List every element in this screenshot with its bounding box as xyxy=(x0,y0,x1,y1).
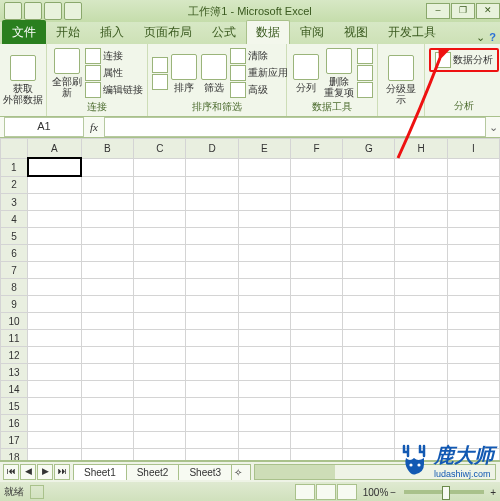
cell[interactable] xyxy=(134,228,186,245)
column-header[interactable]: E xyxy=(238,139,290,159)
cell[interactable] xyxy=(28,398,81,415)
cell[interactable] xyxy=(238,364,290,381)
cell[interactable] xyxy=(81,449,134,462)
cell[interactable] xyxy=(290,296,342,313)
cell[interactable] xyxy=(186,347,238,364)
cell[interactable] xyxy=(186,313,238,330)
cell[interactable] xyxy=(343,296,395,313)
cell[interactable] xyxy=(28,262,81,279)
sort-asc-button[interactable] xyxy=(152,57,168,73)
save-icon[interactable] xyxy=(24,2,42,20)
cell[interactable] xyxy=(81,432,134,449)
cell[interactable] xyxy=(238,330,290,347)
data-validation-button[interactable] xyxy=(357,48,373,64)
cell[interactable] xyxy=(81,158,134,176)
cell[interactable] xyxy=(81,211,134,228)
column-header[interactable]: G xyxy=(343,139,395,159)
cell[interactable] xyxy=(447,194,499,211)
cell[interactable] xyxy=(395,262,447,279)
row-header[interactable]: 5 xyxy=(1,228,28,245)
row-header[interactable]: 14 xyxy=(1,381,28,398)
zoom-level[interactable]: 100% xyxy=(363,487,389,498)
cell[interactable] xyxy=(447,245,499,262)
cell[interactable] xyxy=(134,176,186,194)
tab-home[interactable]: 开始 xyxy=(46,20,90,44)
refresh-all-button[interactable]: 全部刷新 xyxy=(51,46,83,100)
cell[interactable] xyxy=(290,398,342,415)
column-header[interactable]: A xyxy=(28,139,81,159)
cell[interactable] xyxy=(290,158,342,176)
cell[interactable] xyxy=(343,398,395,415)
cell[interactable] xyxy=(134,347,186,364)
tab-insert[interactable]: 插入 xyxy=(90,20,134,44)
get-external-data-button[interactable]: 获取 外部数据 xyxy=(4,53,42,107)
cell[interactable] xyxy=(186,381,238,398)
formula-expand-icon[interactable]: ⌄ xyxy=(486,121,500,134)
cell[interactable] xyxy=(81,415,134,432)
cell[interactable] xyxy=(238,176,290,194)
cell[interactable] xyxy=(81,364,134,381)
cell[interactable] xyxy=(343,432,395,449)
cell[interactable] xyxy=(186,415,238,432)
sheet-tab-3[interactable]: Sheet3 xyxy=(178,464,232,480)
cell[interactable] xyxy=(343,330,395,347)
cell[interactable] xyxy=(28,211,81,228)
cell[interactable] xyxy=(395,296,447,313)
cell[interactable] xyxy=(186,432,238,449)
cell[interactable] xyxy=(186,398,238,415)
row-header[interactable]: 12 xyxy=(1,347,28,364)
sort-button[interactable]: 排序 xyxy=(170,46,198,100)
macro-record-icon[interactable] xyxy=(30,485,44,499)
cell[interactable] xyxy=(447,415,499,432)
cell[interactable] xyxy=(290,449,342,462)
cell[interactable] xyxy=(28,313,81,330)
clear-filter-button[interactable]: 清除 xyxy=(230,48,288,64)
cell[interactable] xyxy=(290,330,342,347)
row-header[interactable]: 3 xyxy=(1,194,28,211)
cell[interactable] xyxy=(238,415,290,432)
cell[interactable] xyxy=(238,381,290,398)
cell[interactable] xyxy=(343,347,395,364)
cell[interactable] xyxy=(28,415,81,432)
cell[interactable] xyxy=(395,279,447,296)
cell[interactable] xyxy=(134,279,186,296)
sheet-nav-prev[interactable]: ◀ xyxy=(20,464,36,480)
cell[interactable] xyxy=(447,262,499,279)
row-header[interactable]: 16 xyxy=(1,415,28,432)
cell[interactable] xyxy=(290,279,342,296)
cell[interactable] xyxy=(134,194,186,211)
cell[interactable] xyxy=(447,228,499,245)
cell[interactable] xyxy=(447,211,499,228)
cell[interactable] xyxy=(81,313,134,330)
sheet-tab-1[interactable]: Sheet1 xyxy=(73,464,127,480)
cell[interactable] xyxy=(134,364,186,381)
cell[interactable] xyxy=(28,364,81,381)
row-header[interactable]: 10 xyxy=(1,313,28,330)
row-header[interactable]: 13 xyxy=(1,364,28,381)
cell[interactable] xyxy=(395,228,447,245)
cell[interactable] xyxy=(290,228,342,245)
cell[interactable] xyxy=(28,279,81,296)
restore-button[interactable]: ❐ xyxy=(451,3,475,19)
zoom-slider[interactable] xyxy=(404,490,484,494)
fx-icon[interactable]: fx xyxy=(84,121,104,133)
sheet-nav-last[interactable]: ⏭ xyxy=(54,464,70,480)
cell[interactable] xyxy=(186,262,238,279)
cell[interactable] xyxy=(28,158,81,176)
cell[interactable] xyxy=(290,194,342,211)
cell[interactable] xyxy=(395,347,447,364)
cell[interactable] xyxy=(238,262,290,279)
view-normal-button[interactable] xyxy=(295,484,315,500)
outline-button[interactable]: 分级显示 xyxy=(382,53,420,107)
cell[interactable] xyxy=(395,313,447,330)
cell[interactable] xyxy=(395,415,447,432)
row-header[interactable]: 6 xyxy=(1,245,28,262)
cell[interactable] xyxy=(343,158,395,176)
row-header[interactable]: 11 xyxy=(1,330,28,347)
row-header[interactable]: 9 xyxy=(1,296,28,313)
tab-file[interactable]: 文件 xyxy=(2,20,46,44)
cell[interactable] xyxy=(447,313,499,330)
cell[interactable] xyxy=(28,228,81,245)
cell[interactable] xyxy=(186,330,238,347)
cell[interactable] xyxy=(447,296,499,313)
